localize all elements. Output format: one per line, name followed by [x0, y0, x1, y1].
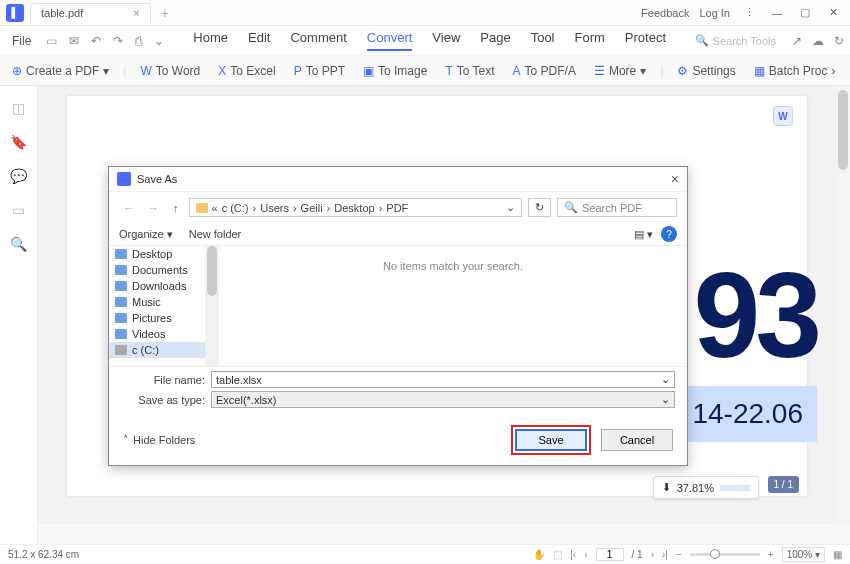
nav-forward-icon[interactable]: →	[144, 202, 163, 214]
menu-protect[interactable]: Protect	[625, 30, 666, 51]
kebab-icon[interactable]: ⋮	[740, 6, 758, 19]
zoom-slider[interactable]	[690, 553, 760, 556]
comment-icon[interactable]: 💬	[10, 168, 27, 184]
tree-pictures[interactable]: Pictures	[109, 310, 219, 326]
vertical-scrollbar[interactable]	[836, 86, 850, 524]
tree-drive-c[interactable]: c (C:)	[109, 342, 219, 358]
menu-edit[interactable]: Edit	[248, 30, 270, 51]
fit-page-icon[interactable]: ▦	[833, 549, 842, 560]
menu-tool[interactable]: Tool	[531, 30, 555, 51]
help-icon[interactable]: ?	[661, 226, 677, 242]
tree-scrollbar[interactable]	[205, 246, 219, 366]
feedback-link[interactable]: Feedback	[641, 7, 689, 19]
zoom-dropdown[interactable]: 100% ▾	[782, 547, 825, 562]
login-link[interactable]: Log In	[699, 7, 730, 19]
zoom-out-icon[interactable]: −	[676, 549, 682, 560]
settings-button[interactable]: ⚙Settings	[673, 62, 739, 80]
first-page-icon[interactable]: |‹	[570, 549, 576, 560]
hand-tool-icon[interactable]: ✋	[533, 549, 545, 560]
path-seg[interactable]: PDF	[386, 202, 408, 214]
path-seg[interactable]: Desktop	[334, 202, 374, 214]
select-tool-icon[interactable]: ⬚	[553, 549, 562, 560]
path-seg[interactable]: c (C:)	[222, 202, 249, 214]
redo-icon[interactable]: ↷	[110, 34, 126, 48]
open-icon[interactable]: ▭	[43, 34, 60, 48]
create-pdf-button[interactable]: ⊕Create a PDF ▾	[8, 62, 113, 80]
nav-up-icon[interactable]: ↑	[169, 202, 183, 214]
tree-documents[interactable]: Documents	[109, 262, 219, 278]
tree-videos[interactable]: Videos	[109, 326, 219, 342]
to-excel-button[interactable]: XTo Excel	[214, 62, 279, 80]
page-number-input[interactable]	[596, 548, 624, 561]
organize-button[interactable]: Organize ▾	[119, 228, 173, 241]
tab-close-icon[interactable]: ×	[133, 7, 139, 19]
videos-icon	[115, 329, 127, 339]
file-menu[interactable]: File	[6, 34, 37, 48]
dialog-search[interactable]: 🔍 Search PDF	[557, 198, 677, 217]
cancel-button[interactable]: Cancel	[601, 429, 673, 451]
sync-icon[interactable]: ↻	[834, 34, 844, 48]
tree-scroll-thumb[interactable]	[207, 246, 217, 296]
dialog-titlebar[interactable]: Save As ×	[109, 167, 687, 192]
to-image-button[interactable]: ▣To Image	[359, 62, 431, 80]
new-tab-button[interactable]: +	[161, 5, 169, 21]
search-tools[interactable]: 🔍 Search Tools	[695, 34, 776, 47]
attachment-icon[interactable]: ▭	[12, 202, 25, 218]
close-icon[interactable]: ✕	[824, 6, 842, 19]
next-page-icon[interactable]: ›	[651, 549, 654, 560]
zoom-thumb[interactable]	[710, 549, 720, 559]
word-badge-icon[interactable]: W	[773, 106, 793, 126]
batch-button[interactable]: ▦Batch Proc ›	[750, 62, 840, 80]
menu-page[interactable]: Page	[480, 30, 510, 51]
nav-back-icon[interactable]: ←	[119, 202, 138, 214]
mail-icon[interactable]: ✉	[66, 34, 82, 48]
path-seg[interactable]: Geili	[301, 202, 323, 214]
maximize-icon[interactable]: ▢	[796, 6, 814, 19]
share-icon[interactable]: ↗	[792, 34, 802, 48]
zoom-in-icon[interactable]: +	[768, 549, 774, 560]
chevron-down-icon[interactable]: ⌄	[661, 393, 670, 406]
savetype-dropdown[interactable]: Excel(*.xlsx)⌄	[211, 391, 675, 408]
folder-tree: Desktop Documents Downloads Music Pictur…	[109, 246, 219, 366]
tree-desktop[interactable]: Desktop	[109, 246, 219, 262]
menu-comment[interactable]: Comment	[290, 30, 346, 51]
prev-page-icon[interactable]: ‹	[584, 549, 587, 560]
to-word-button[interactable]: WTo Word	[136, 62, 204, 80]
last-page-icon[interactable]: ›|	[662, 549, 668, 560]
filename-input[interactable]: table.xlsx⌄	[211, 371, 675, 388]
to-text-button[interactable]: TTo Text	[441, 62, 498, 80]
path-seg[interactable]: Users	[260, 202, 289, 214]
undo-icon[interactable]: ↶	[88, 34, 104, 48]
menu-view[interactable]: View	[432, 30, 460, 51]
chevron-down-icon[interactable]: ⌄	[661, 373, 670, 386]
file-list[interactable]: No items match your search.	[219, 246, 687, 366]
music-icon	[115, 297, 127, 307]
new-folder-button[interactable]: New folder	[189, 228, 242, 240]
cloud-icon[interactable]: ☁	[812, 34, 824, 48]
print-icon[interactable]: ⎙	[132, 34, 145, 48]
view-options-icon[interactable]: ▤ ▾	[634, 228, 653, 241]
to-pdfa-button[interactable]: ATo PDF/A	[509, 62, 580, 80]
dialog-close-icon[interactable]: ×	[671, 171, 679, 187]
minimize-icon[interactable]: —	[768, 7, 786, 19]
scrollbar-thumb[interactable]	[838, 90, 848, 170]
refresh-icon[interactable]: ↻	[528, 198, 551, 217]
chevron-down-icon[interactable]: ⌄	[151, 34, 167, 48]
more-button[interactable]: ☰More ▾	[590, 62, 650, 80]
menu-form[interactable]: Form	[575, 30, 605, 51]
menu-home[interactable]: Home	[193, 30, 228, 51]
thumbnails-icon[interactable]: ◫	[12, 100, 25, 116]
search-placeholder: Search Tools	[713, 35, 776, 47]
document-tab[interactable]: table.pdf ×	[30, 3, 151, 22]
search-panel-icon[interactable]: 🔍	[10, 236, 27, 252]
save-button[interactable]: Save	[515, 429, 587, 451]
tree-music[interactable]: Music	[109, 294, 219, 310]
bookmark-icon[interactable]: 🔖	[10, 134, 27, 150]
to-ppt-button[interactable]: PTo PPT	[290, 62, 349, 80]
tree-downloads[interactable]: Downloads	[109, 278, 219, 294]
path-dropdown-icon[interactable]: ⌄	[506, 201, 515, 214]
download-progress[interactable]: ⬇ 37.81%	[653, 476, 759, 499]
hide-folders-button[interactable]: ˄Hide Folders	[123, 434, 195, 447]
menu-convert[interactable]: Convert	[367, 30, 413, 51]
breadcrumb-path[interactable]: « c (C:)› Users› Geili› Desktop› PDF ⌄	[189, 198, 523, 217]
